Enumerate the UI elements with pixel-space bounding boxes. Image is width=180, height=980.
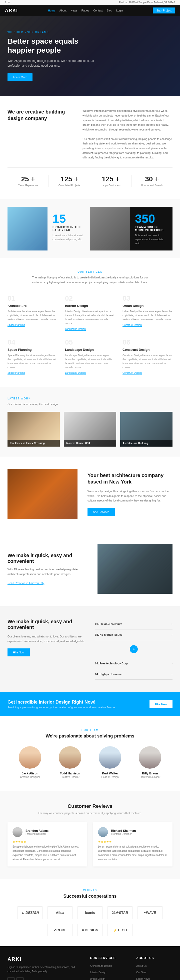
service-link-3[interactable]: Construct Design — [122, 324, 142, 326]
projects-label: PROJECTS IN THE LAST YEAR — [53, 226, 85, 232]
footer: ARKI Sign in to importance further, sele… — [0, 946, 180, 980]
client-logo-2: Ailsa — [48, 907, 72, 919]
footer-about-link[interactable]: About Us — [136, 964, 146, 967]
service-link-5[interactable]: Landscape Design — [65, 371, 86, 374]
social-links[interactable]: f tw — [5, 1, 10, 4]
footer-services-col: OUR SERVICES Architecture Design Interio… — [90, 956, 126, 980]
faq-item-1[interactable]: 01. Flexible premium › — [95, 619, 172, 630]
footer-link-arch[interactable]: Architecture Design — [90, 964, 112, 967]
client-logo-8: ⚡TECH — [108, 924, 132, 936]
service-link-6[interactable]: Construct Design — [122, 371, 142, 374]
faq-item-4[interactable]: 04. High performance › — [95, 669, 172, 679]
faq-arrow-2: › — [172, 633, 172, 636]
work-card-arch[interactable]: Architecture Building — [120, 412, 172, 447]
faq-circle-indicator: + — [130, 645, 138, 653]
team-avatar-1 — [19, 746, 41, 769]
convenient-link[interactable]: Read Reviews in Amazon City — [8, 582, 44, 585]
footer-twitter-icon[interactable]: tw — [16, 977, 24, 980]
faq-item-3[interactable]: 03. Free technology Corp › — [95, 658, 172, 669]
faq-arrow-4: › — [172, 672, 172, 676]
footer-about-col: ABOUT US About Us Our Team Latest News C… — [136, 956, 172, 980]
stat-experience-num: 25 + — [8, 175, 48, 183]
footer-brand: ARKI Sign in to importance further, sele… — [8, 956, 80, 980]
faq-label-4: 04. High performance — [95, 673, 123, 676]
service-link-1[interactable]: Space Planning — [8, 324, 25, 326]
team-name-3: Kurt Walter — [93, 772, 127, 775]
footer-team-link[interactable]: Our Team — [136, 971, 147, 974]
footer-tagline: Sign in to importance further, select wo… — [8, 965, 80, 974]
footer-link-urban[interactable]: Urban Design — [90, 977, 105, 980]
stat-projects: 125 + Completed Projects — [49, 175, 90, 187]
stat-customers-num: 125 + — [90, 175, 131, 183]
reviews-header: Customer Reviews — [8, 803, 172, 809]
nav-links: Home About News Pages Contact Blog Login — [48, 9, 123, 12]
work-grid: The Essex at Essex Crossing Modern House… — [8, 412, 172, 447]
stat-awards: 30 + Honors and Awards — [132, 175, 172, 187]
footer-services-links: Architecture Design Interior Design Urba… — [90, 963, 126, 980]
reviewer-image-1 — [13, 827, 22, 837]
team-role-1: Creative Designer — [13, 776, 48, 778]
nyc-cta-button[interactable]: See Services — [87, 508, 115, 516]
clients-label: CLIENTS — [8, 889, 172, 892]
nav-about[interactable]: About — [59, 9, 66, 12]
service-num-4: 04 — [8, 338, 58, 346]
nav-home[interactable]: Home — [48, 9, 55, 12]
service-desc-5: Landscape Design literature amet egent l… — [65, 353, 115, 369]
address: Find us: 48 West Temple Drive Amherst, V… — [119, 1, 175, 4]
facebook-icon[interactable]: f — [5, 1, 6, 4]
hero-description: With 25 years leading design practices, … — [8, 59, 103, 68]
nav-login[interactable]: Login — [116, 9, 123, 12]
reviews-subtitle: The way we combine projects is based on … — [8, 811, 172, 815]
about-right: We have intentionally never developed a … — [82, 108, 172, 160]
hero-cta-button[interactable]: Learn More — [8, 73, 32, 81]
start-project-button[interactable]: Start Project — [153, 8, 175, 13]
service-link-2[interactable]: Landscape Design — [65, 328, 86, 331]
cta-banner: Get Incredible Interior Design Right Now… — [0, 692, 180, 716]
service-link-4[interactable]: Space Planning — [8, 371, 25, 374]
team-avatar-3 — [99, 746, 121, 769]
numbers-section: 15 PROJECTS IN THE LAST YEAR Lorem ipsum… — [0, 199, 180, 258]
client-logo-7: ■ DESIGN — [77, 924, 103, 936]
review-stars-1: ★★★★★ — [13, 840, 82, 843]
faq-right: 01. Flexible premium › 02. No hidden iss… — [95, 619, 172, 679]
nav-news[interactable]: News — [71, 9, 77, 12]
stat-awards-num: 30 + — [132, 175, 172, 183]
nav-blog[interactable]: Blog — [107, 9, 112, 12]
projects-number: 15 — [53, 212, 85, 226]
footer-link-interior[interactable]: Interior Design — [90, 971, 106, 974]
latest-work-label: LATEST WORK — [8, 397, 172, 400]
faq-hire-button[interactable]: Hire Now — [8, 648, 30, 656]
faq-arrow-3: › — [172, 662, 172, 665]
reviewer-avatar-2 — [98, 827, 108, 837]
numbers-block-2: 350 TEAMWORK IN MORE 20 OFFICES Duis aut… — [130, 207, 172, 250]
reviewer-2: Richard Sherman Frontend Designer — [98, 827, 167, 837]
faq-section: We make it quick, easy and convenient Ou… — [0, 606, 180, 692]
nav-pages[interactable]: Pages — [82, 9, 89, 12]
avatar-image-2 — [59, 746, 81, 769]
work-card-essex[interactable]: The Essex at Essex Crossing — [8, 412, 60, 447]
stat-customers: 125 + Happy Customers — [90, 175, 131, 187]
client-logo-6: ✓CODE — [48, 924, 72, 936]
latest-work-header: LATEST WORK Our mission is to develop th… — [8, 397, 172, 407]
hero-subtitle: WE BUILD YOUR DREAMS — [8, 31, 103, 34]
nyc-image-container — [8, 469, 77, 519]
footer-content: ARKI Sign in to importance further, sele… — [8, 956, 172, 980]
arch-label: Architecture Building — [120, 440, 172, 447]
reviewer-name-1: Brendon Adams — [26, 829, 48, 832]
cta-hire-button[interactable]: Hire Now — [149, 700, 172, 708]
numbers-image-1 — [8, 207, 48, 250]
footer-facebook-icon[interactable]: f — [8, 977, 14, 980]
nav-contact[interactable]: Contact — [93, 9, 103, 12]
hero-heading: Better space equals happier people — [8, 37, 103, 55]
reviewer-image-2 — [98, 827, 108, 837]
team-card-3: Kurt Walter Head of Design — [93, 746, 127, 778]
stat-awards-label: Honors and Awards — [132, 184, 172, 187]
footer-news-link[interactable]: Latest News — [136, 977, 150, 980]
twitter-icon[interactable]: tw — [8, 1, 10, 4]
faq-label-2: 02. No hidden issues — [95, 633, 122, 636]
team-role-2: Creative Director — [53, 776, 87, 778]
work-card-modern[interactable]: Modern House, USA — [64, 412, 116, 447]
stat-projects-num: 125 + — [49, 175, 90, 183]
faq-item-2[interactable]: 02. No hidden issues › — [95, 630, 172, 640]
offices-desc: Duis aute irure dolor in reprehenderit i… — [135, 234, 167, 245]
